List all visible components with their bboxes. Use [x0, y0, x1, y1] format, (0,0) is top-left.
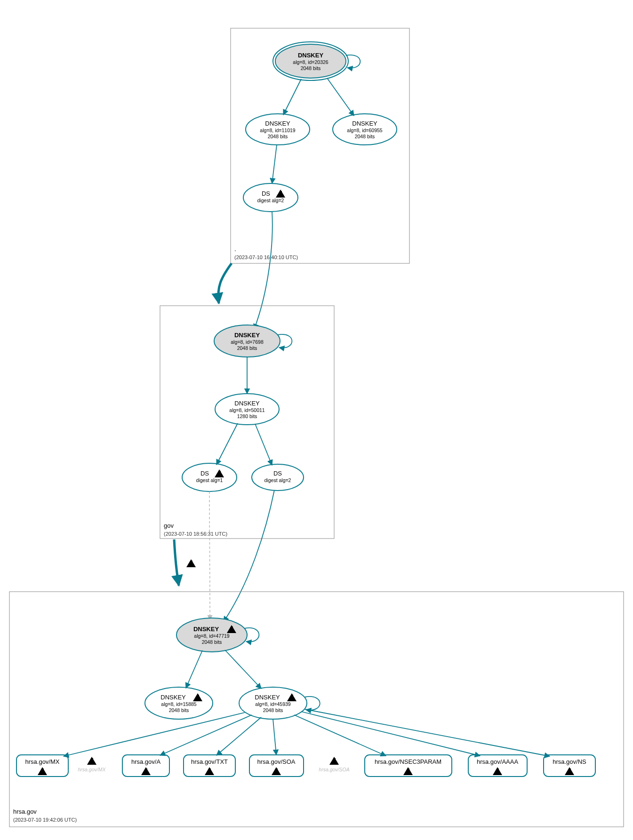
node-hrsa-ksk[interactable]: DNSKEY alg=8, id=47719 2048 bits [176, 618, 247, 652]
node-root-ksk[interactable]: DNSKEY alg=8, id=20326 2048 bits [273, 42, 348, 80]
edge-govzsk-ds2 [255, 424, 272, 465]
edge-hrsaksk-zsk2 [225, 650, 261, 689]
svg-text:hrsa.gov/TXT: hrsa.gov/TXT [191, 758, 228, 765]
svg-text:hrsa.gov/A: hrsa.gov/A [131, 758, 160, 765]
edge-zsk2-aaaa [301, 712, 480, 756]
edge-zsk2-txt [216, 717, 261, 755]
edge-deleg-gov-hrsa [174, 539, 179, 586]
svg-text:DNSKEY: DNSKEY [193, 626, 219, 633]
rr-nsec3param[interactable]: hrsa.gov/NSEC3PARAM [365, 755, 452, 777]
rr-soa[interactable]: hrsa.gov/SOA [249, 755, 304, 777]
rr-a[interactable]: hrsa.gov/A [122, 755, 169, 777]
warning-icon [186, 559, 196, 568]
svg-text:DNSKEY: DNSKEY [255, 694, 280, 701]
zone-gov: gov (2023-07-10 18:56:31 UTC) DNSKEY alg… [160, 306, 334, 539]
svg-text:2048 bits: 2048 bits [263, 707, 283, 713]
svg-text:digest alg=1: digest alg=1 [196, 477, 223, 483]
svg-text:2048 bits: 2048 bits [202, 639, 222, 645]
svg-text:hrsa.gov/SOA: hrsa.gov/SOA [319, 767, 349, 772]
svg-text:DS: DS [273, 470, 282, 477]
node-root-zsk2[interactable]: DNSKEY alg=8, id=60955 2048 bits [333, 114, 397, 145]
svg-text:alg=8, id=11019: alg=8, id=11019 [260, 127, 295, 133]
rr-txt[interactable]: hrsa.gov/TXT [184, 755, 235, 777]
svg-text:digest alg=2: digest alg=2 [257, 198, 284, 203]
svg-text:alg=8, id=47719: alg=8, id=47719 [194, 633, 229, 639]
svg-text:hrsa.gov/AAAA: hrsa.gov/AAAA [477, 758, 518, 765]
svg-text:alg=8, id=20326: alg=8, id=20326 [293, 59, 328, 65]
error-icon [87, 757, 96, 765]
node-root-ds[interactable]: DS digest alg=2 [243, 183, 298, 212]
svg-rect-34 [9, 592, 624, 827]
edge-deleg-root-gov [218, 263, 232, 303]
zone-hrsa-name: hrsa.gov [13, 808, 37, 815]
svg-text:DNSKEY: DNSKEY [160, 694, 186, 701]
svg-text:2048 bits: 2048 bits [301, 65, 321, 71]
svg-text:DNSKEY: DNSKEY [265, 120, 290, 127]
node-gov-ksk[interactable]: DNSKEY alg=8, id=7698 2048 bits [214, 325, 280, 357]
svg-text:DS: DS [262, 190, 270, 197]
svg-text:hrsa.gov/NS: hrsa.gov/NS [553, 758, 586, 765]
ghost-soa[interactable]: hrsa.gov/SOA [319, 757, 349, 772]
svg-text:alg=8, id=15885: alg=8, id=15885 [161, 701, 196, 707]
node-gov-zsk[interactable]: DNSKEY alg=8, id=50011 1280 bits [215, 394, 279, 425]
svg-text:digest alg=2: digest alg=2 [264, 477, 291, 483]
error-icon [329, 757, 339, 765]
svg-text:hrsa.gov/NSEC3PARAM: hrsa.gov/NSEC3PARAM [375, 758, 441, 765]
zone-hrsa: hrsa.gov (2023-07-10 19:42:06 UTC) DNSKE… [9, 592, 624, 827]
svg-text:hrsa.gov/MX: hrsa.gov/MX [25, 758, 60, 765]
svg-text:alg=8, id=60955: alg=8, id=60955 [347, 127, 382, 133]
rr-mx[interactable]: hrsa.gov/MX [16, 755, 68, 777]
ghost-mx[interactable]: hrsa.gov/MX [78, 757, 106, 772]
zone-hrsa-timestamp: (2023-07-10 19:42:06 UTC) [13, 817, 77, 823]
zone-gov-timestamp: (2023-07-10 18:56:31 UTC) [164, 531, 227, 537]
node-gov-ds2[interactable]: DS digest alg=2 [252, 464, 304, 491]
svg-text:alg=8, id=45939: alg=8, id=45939 [255, 701, 290, 707]
node-root-zsk1[interactable]: DNSKEY alg=8, id=11019 2048 bits [246, 114, 310, 145]
svg-text:DNSKEY: DNSKEY [234, 332, 260, 339]
zone-root-timestamp: (2023-07-10 16:40:10 UTC) [234, 254, 298, 260]
edge-govzsk-ds1 [216, 423, 238, 465]
edge-rootzsk1-ds [272, 145, 277, 183]
zone-root-name: . [234, 246, 236, 253]
svg-text:DNSKEY: DNSKEY [234, 400, 260, 407]
svg-text:hrsa.gov/MX: hrsa.gov/MX [78, 767, 106, 772]
zone-root: . (2023-07-10 16:40:10 UTC) DNSKEY alg=8… [231, 28, 409, 263]
rr-ns[interactable]: hrsa.gov/NS [544, 755, 595, 777]
svg-text:2048 bits: 2048 bits [268, 134, 288, 139]
node-hrsa-zsk1[interactable]: DNSKEY alg=8, id=15885 2048 bits [145, 687, 213, 719]
svg-text:alg=8, id=50011: alg=8, id=50011 [229, 407, 264, 413]
svg-text:DNSKEY: DNSKEY [298, 52, 324, 59]
edge-rootksk-zsk2 [327, 78, 354, 116]
svg-text:1280 bits: 1280 bits [237, 413, 257, 419]
svg-text:2048 bits: 2048 bits [355, 134, 375, 139]
svg-text:DS: DS [200, 470, 209, 477]
svg-text:alg=8, id=7698: alg=8, id=7698 [231, 339, 264, 345]
edge-govds1-hrsaksk [209, 491, 210, 620]
node-hrsa-zsk2[interactable]: DNSKEY alg=8, id=45939 2048 bits [239, 687, 307, 719]
edge-zsk2-soa [273, 719, 276, 755]
svg-text:DNSKEY: DNSKEY [352, 120, 377, 127]
edge-rootksk-zsk1 [283, 79, 301, 115]
node-gov-ds1[interactable]: DS digest alg=1 [182, 463, 237, 491]
svg-text:2048 bits: 2048 bits [237, 345, 257, 351]
zone-gov-name: gov [164, 522, 174, 529]
svg-text:hrsa.gov/SOA: hrsa.gov/SOA [257, 758, 296, 765]
edge-zsk2-a [160, 715, 252, 755]
svg-text:2048 bits: 2048 bits [169, 707, 189, 713]
edge-hrsaksk-zsk1 [186, 650, 202, 688]
edge-govds2-hrsaksk [224, 490, 274, 622]
rr-aaaa[interactable]: hrsa.gov/AAAA [468, 755, 527, 777]
edge-zsk2-mx [64, 713, 245, 756]
edge-rootds-govksk [254, 212, 272, 329]
edge-zsk2-ns [305, 709, 550, 756]
